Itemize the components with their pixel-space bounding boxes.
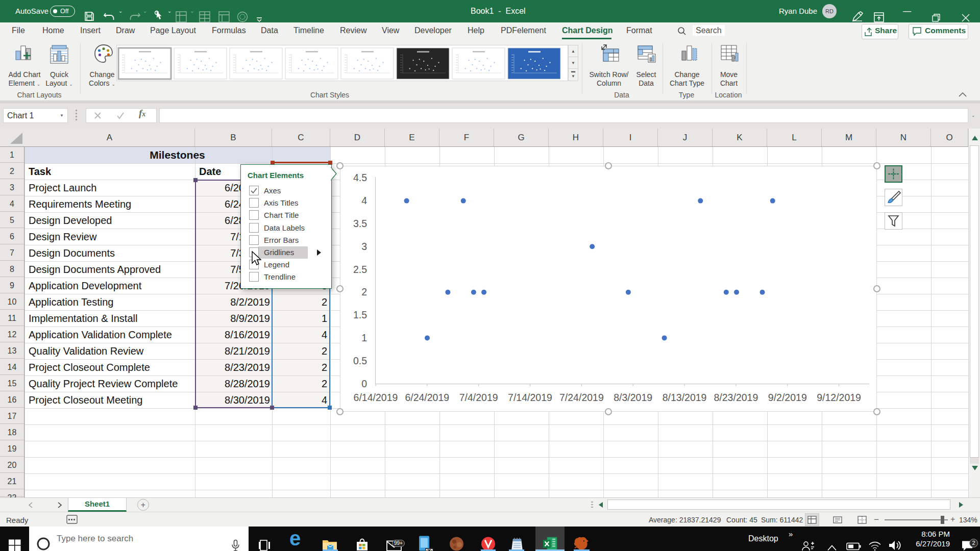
svg-text:7/14/2019: 7/14/2019 (508, 392, 552, 403)
svg-text:8/23/2019: 8/23/2019 (714, 392, 758, 403)
svg-text:4.5: 4.5 (353, 172, 367, 183)
svg-text:8/3/2019: 8/3/2019 (614, 392, 652, 403)
svg-text:0: 0 (361, 378, 367, 389)
svg-text:3.5: 3.5 (353, 218, 367, 229)
svg-text:4: 4 (361, 195, 367, 206)
svg-text:6/14/2019: 6/14/2019 (354, 392, 398, 403)
svg-text:1: 1 (361, 332, 367, 343)
svg-text:2: 2 (361, 286, 367, 297)
svg-text:1.5: 1.5 (353, 309, 367, 320)
svg-text:7/24/2019: 7/24/2019 (559, 392, 604, 403)
svg-text:3: 3 (361, 241, 367, 252)
svg-text:0.5: 0.5 (353, 355, 367, 366)
svg-text:7/4/2019: 7/4/2019 (459, 392, 498, 403)
svg-text:9/2/2019: 9/2/2019 (768, 392, 807, 403)
svg-text:8/13/2019: 8/13/2019 (663, 392, 707, 403)
svg-text:6/24/2019: 6/24/2019 (405, 392, 449, 403)
svg-text:2.5: 2.5 (353, 264, 367, 275)
svg-text:9/12/2019: 9/12/2019 (817, 392, 861, 403)
